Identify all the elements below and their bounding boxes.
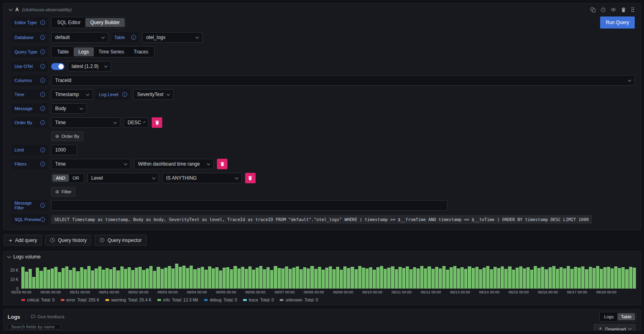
info-icon[interactable]: [122, 92, 127, 97]
legend-item-info[interactable]: infoTotal: 12.3 Mil: [157, 297, 198, 302]
filter1-operator-select[interactable]: Within dashboard time range: [134, 159, 214, 169]
hide-response-eye-icon[interactable]: [611, 7, 616, 12]
volume-bar: [146, 268, 149, 289]
remove-filter2-button[interactable]: [245, 173, 256, 183]
query-type-table[interactable]: Table: [52, 47, 74, 56]
query-type-time-series[interactable]: Time Series: [94, 47, 129, 56]
logs-view-table[interactable]: Table: [617, 313, 635, 320]
volume-bar: [21, 267, 25, 289]
info-icon[interactable]: [40, 148, 45, 152]
add-order-by-button[interactable]: ⊕ Order By: [51, 131, 83, 141]
query-type-traces[interactable]: Traces: [129, 47, 153, 56]
info-icon[interactable]: [40, 78, 45, 83]
limit-label: Limit: [12, 145, 48, 155]
info-icon[interactable]: [40, 120, 45, 125]
run-query-button[interactable]: Run Query: [600, 16, 635, 29]
logs-view-logs[interactable]: Logs: [601, 313, 617, 320]
collapse-query-chevron-icon[interactable]: [9, 7, 13, 11]
info-icon[interactable]: [40, 162, 45, 166]
editor-type-query-builder[interactable]: Query Builder: [85, 18, 124, 27]
plus-circle-icon: ⊕: [55, 189, 59, 195]
order-by-row: Order By Time DESC: [12, 117, 635, 128]
info-icon[interactable]: [40, 203, 45, 208]
query-type-label-text: Query Type: [14, 49, 37, 54]
volume-bar: [39, 271, 43, 289]
legend-item-warning[interactable]: warningTotal: 25.4 K: [105, 297, 151, 302]
x-tick-label: 06/08 00:00: [304, 290, 324, 294]
message-row: Message Body: [12, 103, 635, 114]
message-column-select[interactable]: Body: [51, 103, 87, 114]
add-query-button[interactable]: + Add query: [4, 235, 42, 246]
volume-bar: [248, 266, 252, 289]
remove-filter1-button[interactable]: [217, 159, 227, 169]
filter2-operator-select[interactable]: IS ANYTHING: [162, 173, 242, 183]
info-icon[interactable]: [40, 20, 45, 25]
query-history-button[interactable]: Query history: [45, 235, 91, 246]
query-type-logs[interactable]: Logs: [74, 47, 94, 56]
legend-item-unknown[interactable]: unknownTotal: 0: [280, 297, 318, 302]
conjunction-and[interactable]: AND: [52, 174, 69, 182]
volume-bar: [336, 267, 339, 289]
volume-bar: [442, 266, 446, 289]
x-tick-label: 06/02 00:00: [128, 290, 149, 294]
drag-handle-icon[interactable]: [631, 7, 635, 12]
delete-query-icon[interactable]: [621, 7, 626, 12]
info-icon[interactable]: [40, 49, 45, 54]
legend-item-error[interactable]: errorTotal: 255 K: [61, 297, 100, 302]
info-icon[interactable]: [40, 106, 45, 111]
otel-version-select[interactable]: latest (1.2.9): [68, 61, 111, 72]
log-level-select[interactable]: SeverityText: [133, 89, 173, 100]
datasource-name: (clickhouse-observability): [22, 7, 72, 12]
database-label-text: Database: [14, 35, 33, 40]
add-filter-button[interactable]: ⊕ Filter: [51, 187, 76, 197]
columns-value: TraceId: [55, 78, 71, 83]
volume-bar: [314, 269, 318, 289]
filter1-field-select[interactable]: Time: [51, 159, 131, 169]
query-inspector-button[interactable]: Query inspector: [95, 235, 147, 246]
info-icon[interactable]: [40, 35, 45, 40]
legend-item-trace[interactable]: traceTotal: 0: [243, 297, 274, 302]
message-filter-input[interactable]: [51, 200, 448, 211]
limit-input[interactable]: [51, 145, 77, 155]
volume-bar: [274, 266, 277, 289]
log-level-value: SeverityText: [137, 92, 163, 97]
order-by-field-select[interactable]: Time: [51, 117, 120, 128]
filter-conjunction-group: ANDOR: [51, 173, 84, 183]
search-fields-input[interactable]: [8, 324, 61, 330]
remove-order-by-button[interactable]: [152, 117, 162, 128]
query-history-icon[interactable]: [601, 7, 606, 12]
filter2-row: ANDOR Level IS ANYTHING: [51, 173, 635, 183]
info-icon[interactable]: [40, 64, 45, 69]
give-feedback-link[interactable]: Give feedback: [26, 314, 64, 319]
volume-bar: [245, 269, 248, 289]
time-column-select[interactable]: Timestamp: [51, 89, 93, 100]
volume-bar: [402, 268, 405, 289]
editor-type-sql-editor[interactable]: SQL Editor: [52, 18, 85, 27]
info-icon[interactable]: [40, 217, 45, 222]
use-otel-toggle[interactable]: [51, 63, 64, 70]
legend-item-critical[interactable]: criticalTotal: 0: [21, 297, 55, 302]
volume-bar: [537, 268, 541, 289]
info-icon[interactable]: [40, 92, 45, 97]
collapse-panel-chevron-icon[interactable]: [7, 254, 11, 258]
columns-multiselect[interactable]: TraceId: [51, 75, 635, 86]
download-button[interactable]: Download: [594, 324, 636, 330]
conjunction-or[interactable]: OR: [69, 174, 83, 182]
x-tick-label: 05/30 00:00: [41, 290, 61, 294]
logs-volume-header[interactable]: Logs volume: [4, 252, 640, 262]
info-icon[interactable]: [131, 35, 136, 40]
query-type-group: TableLogsTime SeriesTraces: [51, 46, 155, 57]
duplicate-query-icon[interactable]: [590, 7, 596, 12]
legend-item-debug[interactable]: debugTotal: 0: [204, 297, 237, 302]
table-select[interactable]: otel_logs: [142, 32, 202, 43]
volume-bar: [633, 268, 636, 289]
volume-bar: [128, 267, 131, 289]
filter2-field-select[interactable]: Level: [87, 173, 159, 183]
volume-bar: [369, 267, 372, 289]
time-label: Time: [12, 89, 48, 100]
page: A (clickhouse-observability): [0, 0, 644, 334]
order-direction-select[interactable]: DESC: [124, 117, 149, 128]
database-select[interactable]: default: [51, 32, 108, 43]
volume-bar: [625, 269, 628, 289]
volume-bar: [95, 268, 98, 289]
